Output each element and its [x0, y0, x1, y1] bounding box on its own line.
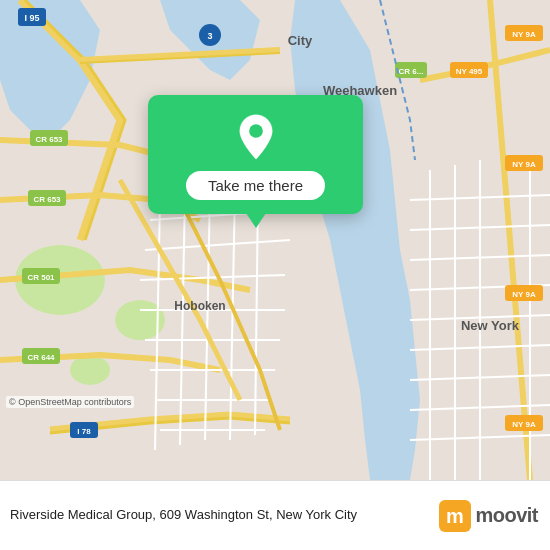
address-text: Riverside Medical Group, 609 Washington …: [10, 506, 439, 524]
svg-text:NY 9A: NY 9A: [512, 160, 536, 169]
map-container: I 95 3 CR 653 CR 653 CR 501 CR 644 I 78 …: [0, 0, 550, 480]
svg-text:NY 9A: NY 9A: [512, 420, 536, 429]
svg-text:CR 653: CR 653: [33, 195, 61, 204]
bottom-bar: Riverside Medical Group, 609 Washington …: [0, 480, 550, 550]
svg-text:I 78: I 78: [77, 427, 91, 436]
map-svg: I 95 3 CR 653 CR 653 CR 501 CR 644 I 78 …: [0, 0, 550, 480]
popup-card: Take me there: [148, 95, 363, 214]
svg-text:New York: New York: [461, 318, 520, 333]
moovit-logo: m moovit: [439, 500, 538, 532]
svg-text:NY 9A: NY 9A: [512, 30, 536, 39]
svg-text:CR 501: CR 501: [27, 273, 55, 282]
moovit-icon: m: [439, 500, 471, 532]
moovit-text: moovit: [475, 504, 538, 527]
svg-text:CR 653: CR 653: [35, 135, 63, 144]
svg-text:I 95: I 95: [24, 13, 39, 23]
svg-text:m: m: [447, 505, 465, 527]
svg-text:CR 6...: CR 6...: [399, 67, 424, 76]
svg-point-63: [249, 124, 263, 138]
svg-text:3: 3: [207, 31, 212, 41]
svg-text:City: City: [288, 33, 313, 48]
location-pin-icon: [232, 113, 280, 161]
svg-text:CR 644: CR 644: [27, 353, 55, 362]
take-me-there-button[interactable]: Take me there: [186, 171, 325, 200]
svg-text:NY 9A: NY 9A: [512, 290, 536, 299]
svg-text:Hoboken: Hoboken: [174, 299, 225, 313]
svg-text:NY 495: NY 495: [456, 67, 483, 76]
svg-point-6: [70, 355, 110, 385]
osm-credit: © OpenStreetMap contributors: [6, 396, 134, 408]
